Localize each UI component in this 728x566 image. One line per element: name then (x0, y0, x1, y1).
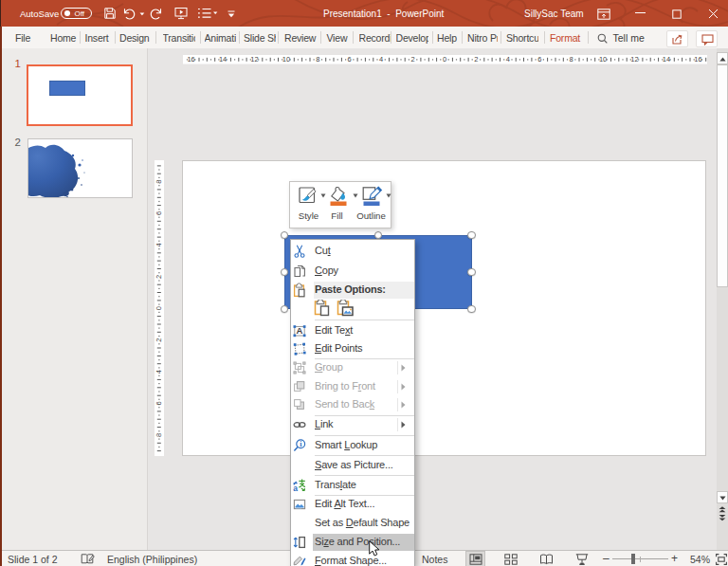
svg-text:6: 6 (347, 55, 351, 64)
svg-text:12: 12 (630, 55, 638, 64)
svg-text:0: 0 (155, 306, 163, 310)
svg-text:2: 2 (155, 338, 163, 341)
svg-text:16: 16 (187, 55, 194, 64)
svg-text:A: A (296, 325, 302, 336)
svg-text:a: a (293, 483, 298, 492)
svg-text:4: 4 (155, 243, 163, 246)
svg-text:14: 14 (218, 55, 226, 64)
svg-text:2: 2 (155, 274, 163, 278)
svg-text:8: 8 (569, 55, 573, 64)
svg-text:4: 4 (379, 55, 383, 64)
svg-text:4: 4 (155, 370, 163, 374)
svg-text:10: 10 (598, 55, 606, 64)
svg-text:6: 6 (537, 55, 541, 64)
svg-text:0: 0 (442, 55, 446, 64)
svg-text:2: 2 (410, 55, 414, 64)
svg-text:8: 8 (155, 432, 163, 436)
svg-text:8: 8 (155, 179, 163, 183)
svg-text:12: 12 (250, 55, 258, 64)
svg-text:14: 14 (662, 55, 669, 64)
svg-text:2: 2 (474, 55, 478, 64)
svg-text:8: 8 (316, 55, 319, 64)
svg-text:6: 6 (155, 210, 163, 214)
svg-text:4: 4 (505, 55, 509, 64)
svg-text:10: 10 (282, 55, 289, 64)
svg-text:6: 6 (155, 401, 163, 405)
svg-text:16: 16 (694, 55, 701, 64)
